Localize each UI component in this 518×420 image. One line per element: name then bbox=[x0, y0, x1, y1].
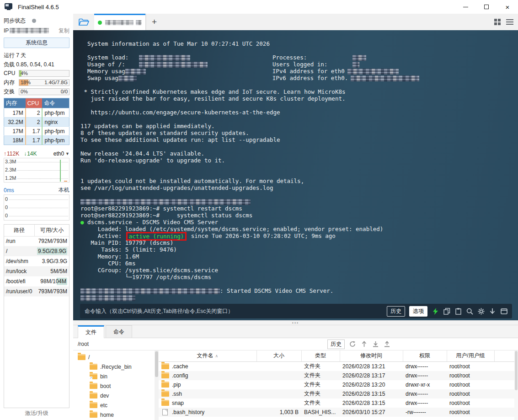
menu-hamburger-icon[interactable] bbox=[506, 19, 513, 25]
paste-button[interactable] bbox=[454, 307, 462, 315]
monitor-sidebar: 同步状态 IP 复制 系统信息 运行 7 天 负载 0.85, 0.54, 0.… bbox=[0, 14, 73, 420]
ping-graph: 0 0 0 bbox=[4, 194, 69, 221]
download-button[interactable] bbox=[372, 340, 379, 348]
path-input[interactable]: /root bbox=[78, 341, 89, 347]
file-toolbar: /root 历史 bbox=[73, 338, 518, 350]
terminal-line: Memory: 1.6M bbox=[80, 253, 518, 260]
terminal-line bbox=[80, 81, 518, 88]
redacted-text bbox=[125, 69, 146, 75]
folder-icon bbox=[161, 363, 169, 369]
terminal-line: * Strictly confined Kubernetes makes edg… bbox=[80, 88, 518, 95]
tree-item-bin[interactable]: ↗bin bbox=[78, 372, 155, 381]
file-row[interactable]: .ssh文件夹2026/02/28 13:15drwx------root/ro… bbox=[159, 389, 518, 398]
download-rate: 14K bbox=[27, 151, 37, 157]
disk-row: /run792M/793M bbox=[4, 236, 69, 246]
app-logo-icon bbox=[5, 3, 14, 11]
terminal-line bbox=[80, 198, 518, 205]
process-col-memory[interactable]: 内存 bbox=[4, 98, 26, 108]
tree-item-recycle_bin[interactable]: .Recycle_bin bbox=[78, 362, 155, 372]
tab-files[interactable]: 文件 bbox=[78, 325, 104, 338]
session-name-redacted bbox=[105, 20, 134, 25]
path-history-button[interactable]: 历史 bbox=[327, 339, 345, 349]
layout-grid-icon[interactable] bbox=[494, 19, 501, 25]
tab-commands[interactable]: 命令 bbox=[106, 325, 132, 338]
interface-selector[interactable]: eth0 bbox=[53, 151, 64, 157]
window-mode-button[interactable] bbox=[500, 307, 507, 315]
settings-button[interactable] bbox=[477, 307, 485, 315]
terminal-line: └─197797 /opt/dscms/dscms bbox=[80, 274, 518, 280]
copy-ip-button[interactable]: 复制 bbox=[59, 27, 69, 35]
file-row[interactable]: snap文件夹2026/02/28 13:15drwx------root/ro… bbox=[159, 398, 518, 408]
chevron-down-icon[interactable]: ▼ bbox=[65, 151, 69, 156]
process-col-command[interactable]: 命令 bbox=[42, 98, 69, 108]
upload-button[interactable] bbox=[383, 340, 390, 348]
file-col-name[interactable]: 文件名∧ bbox=[159, 350, 256, 361]
file-row[interactable]: .cache文件夹2026/02/28 13:21drwx------root/… bbox=[159, 361, 518, 371]
network-traffic-header: ↑ 112K ↓ 14K eth0 ▼ bbox=[4, 149, 69, 158]
tree-scrollbar[interactable] bbox=[155, 350, 159, 420]
system-info-button[interactable]: 系统信息 bbox=[4, 38, 69, 48]
terminal-line: Active: active (running) since Tue 2026-… bbox=[80, 232, 518, 239]
tree-item-boot[interactable]: boot bbox=[78, 381, 155, 391]
tree-item-root[interactable]: / bbox=[78, 352, 155, 362]
open-folder-icon bbox=[78, 18, 89, 27]
terminal-line: ● dscms.service - DSCMS Video CMS Server bbox=[80, 219, 518, 226]
terminal-line: root@ser882291923869:~# systemctl status… bbox=[80, 212, 518, 219]
disk-row: /run/lock5M/5M bbox=[4, 266, 69, 276]
terminal-line: 117 updates can be applied immediately. bbox=[80, 123, 518, 129]
terminal-line bbox=[80, 143, 518, 150]
cpu-meter: CPU 4% bbox=[4, 69, 69, 78]
process-row: 17M1.7php-fpm bbox=[4, 127, 69, 136]
session-tab[interactable] bbox=[94, 14, 145, 30]
file-row[interactable]: .pip文件夹2026/02/28 13:20drwxr-xr-xroot/ro… bbox=[159, 380, 518, 389]
tree-item-home[interactable]: home bbox=[78, 410, 155, 420]
search-button[interactable] bbox=[466, 307, 473, 315]
folder-icon bbox=[161, 391, 169, 397]
refresh-button[interactable] bbox=[349, 340, 356, 348]
folder-icon bbox=[90, 412, 97, 418]
parent-directory-button[interactable] bbox=[360, 340, 368, 348]
terminal-line bbox=[80, 102, 518, 109]
terminal-line: https://ubuntu.com/engage/secure-kuberne… bbox=[80, 109, 518, 116]
file-col-owner[interactable]: 用户/用户组 bbox=[447, 350, 494, 361]
file-col-type[interactable]: 类型 bbox=[301, 350, 340, 361]
new-tab-button[interactable]: + bbox=[152, 17, 157, 27]
quick-command-button[interactable] bbox=[432, 307, 439, 315]
panel-splitter[interactable]: ••• bbox=[73, 320, 518, 325]
terminal-line: System load: Processes: bbox=[80, 54, 518, 61]
close-button[interactable]: × bbox=[497, 0, 518, 14]
server-ip-redacted bbox=[10, 28, 49, 33]
table-scrollbar[interactable] bbox=[514, 350, 518, 420]
disk-col-path[interactable]: 路径 bbox=[4, 225, 35, 236]
open-connections-button[interactable] bbox=[73, 14, 94, 30]
process-col-cpu[interactable]: CPU bbox=[26, 98, 43, 108]
command-input-bar[interactable]: 命令输入（双击Ctrl切换,Alt历史,Tab路径/命令,Esc关闭窗口） 历史… bbox=[80, 304, 512, 318]
terminal-line: root@ser882291923869:~# systemctl restar… bbox=[80, 205, 518, 212]
disk-col-size[interactable]: 可用/大小 bbox=[35, 225, 69, 236]
terminal-line: just raised the bar for easy, resilient … bbox=[80, 95, 518, 102]
minimize-icon bbox=[463, 7, 468, 7]
file-row[interactable]: .config文件夹2026/02/28 13:17drwx------root… bbox=[159, 371, 518, 380]
terminal-line: New release '24.04.4 LTS' available. bbox=[80, 150, 518, 157]
file-col-mtime[interactable]: 修改时间 bbox=[340, 350, 403, 361]
maximize-icon bbox=[484, 5, 489, 9]
collapse-button[interactable] bbox=[489, 307, 496, 315]
copy-button[interactable] bbox=[443, 307, 450, 315]
terminal-line: : Started DSCMS Video CMS Server. bbox=[80, 287, 518, 294]
terminal-line: CPU: 6ms bbox=[80, 260, 518, 267]
directory-tree: /.Recycle_bin↗binbootdevetchome bbox=[73, 350, 155, 420]
terminal-line: To see these additional updates run: apt… bbox=[80, 136, 518, 143]
history-button[interactable]: 历史 bbox=[387, 306, 405, 317]
file-col-size[interactable]: 大小 bbox=[256, 350, 301, 361]
tree-item-etc[interactable]: etc bbox=[78, 400, 155, 410]
tree-item-dev[interactable]: dev bbox=[78, 391, 155, 400]
options-button[interactable]: 选项 bbox=[409, 306, 427, 317]
file-col-perm[interactable]: 权限 bbox=[403, 350, 447, 361]
minimize-button[interactable] bbox=[455, 0, 476, 14]
disk-row: /dev/shm3.9G/3.9G bbox=[4, 256, 69, 266]
terminal[interactable]: System information as of Tue Mar 10 07:2… bbox=[73, 30, 518, 320]
activate-upgrade-link[interactable]: 激活/升级 bbox=[4, 408, 69, 418]
maximize-button[interactable] bbox=[476, 0, 497, 14]
file-row[interactable]: .bash_history1,003 BBASH_HIS...2026/03/1… bbox=[159, 408, 518, 417]
redacted-text bbox=[351, 75, 419, 81]
